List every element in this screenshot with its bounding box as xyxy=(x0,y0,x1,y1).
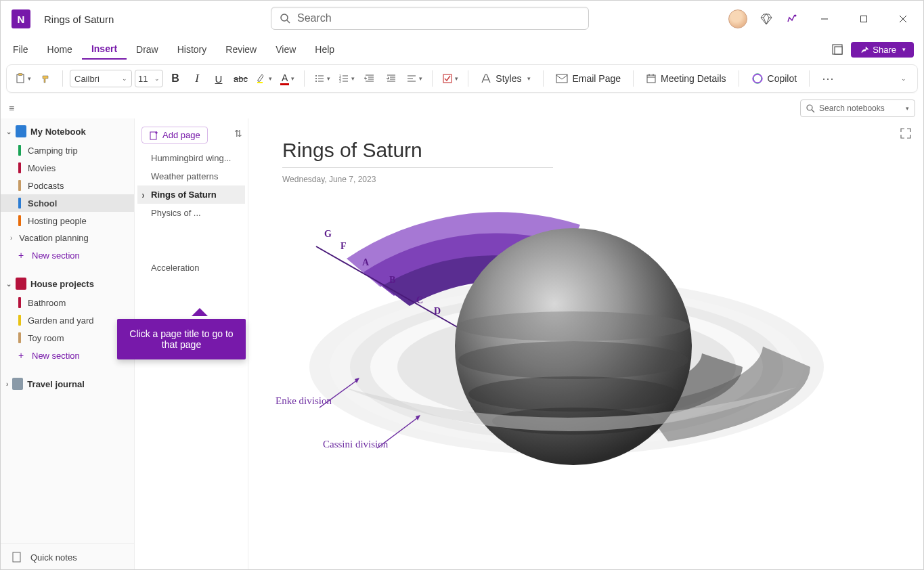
menu-home[interactable]: Home xyxy=(38,40,82,59)
notebook-header-mynotebook[interactable]: ⌄ My Notebook xyxy=(1,121,134,141)
copilot-button[interactable]: Copilot xyxy=(746,72,803,85)
title-divider xyxy=(282,167,553,168)
svg-point-12 xyxy=(315,75,317,76)
styles-icon xyxy=(481,73,491,84)
tooltip-callout: Click a page title to go to that page xyxy=(117,319,246,359)
menu-draw[interactable]: Draw xyxy=(127,40,168,59)
paste-button[interactable]: ▾ xyxy=(12,68,34,89)
align-button[interactable]: ▾ xyxy=(403,68,425,89)
close-button[interactable] xyxy=(889,9,917,29)
menu-review[interactable]: Review xyxy=(216,40,266,59)
menu-history[interactable]: History xyxy=(168,40,217,59)
sort-pages-button[interactable]: ⇅ xyxy=(234,128,242,139)
underline-button[interactable]: U xyxy=(209,68,228,89)
outdent-button[interactable] xyxy=(360,68,379,89)
section-toyroom[interactable]: Toy room xyxy=(1,329,134,347)
page-item[interactable] xyxy=(137,222,245,240)
svg-rect-9 xyxy=(17,74,24,83)
toolbar-overflow-button[interactable]: ⋯ xyxy=(816,71,841,86)
menu-view[interactable]: View xyxy=(266,40,305,59)
svg-point-56 xyxy=(457,311,690,341)
menu-help[interactable]: Help xyxy=(305,40,344,59)
svg-point-43 xyxy=(807,105,812,110)
menu-insert[interactable]: Insert xyxy=(82,39,127,60)
search-notebooks-input[interactable]: Search notebooks ▾ xyxy=(800,100,915,117)
italic-button[interactable]: I xyxy=(188,68,206,89)
page-icon xyxy=(12,552,22,563)
svg-text:3: 3 xyxy=(339,79,341,83)
section-movies[interactable]: Movies xyxy=(1,159,134,177)
section-hosting[interactable]: Hosting people xyxy=(1,212,134,229)
page-item[interactable]: Physics of ... xyxy=(137,204,245,222)
search-icon xyxy=(806,104,815,113)
maximize-button[interactable] xyxy=(850,9,877,29)
expand-page-button[interactable] xyxy=(900,128,911,141)
document-title: Rings of Saturn xyxy=(44,14,114,25)
page-title[interactable]: Rings of Saturn xyxy=(282,139,889,162)
menu-file[interactable]: File xyxy=(3,40,38,59)
new-section-button[interactable]: +New section xyxy=(1,246,134,264)
section-school[interactable]: School xyxy=(1,194,134,212)
svg-line-44 xyxy=(812,110,814,112)
numbered-list-button[interactable]: 123▾ xyxy=(336,68,357,89)
email-icon xyxy=(556,74,568,83)
premium-icon[interactable] xyxy=(760,12,773,26)
share-button[interactable]: Share ▾ xyxy=(851,42,914,58)
page-item[interactable]: Acceleration xyxy=(137,259,245,277)
page-item[interactable] xyxy=(137,240,245,259)
new-section-button-2[interactable]: +New section xyxy=(1,347,134,364)
page-content-area[interactable]: Rings of Saturn Wednesday, June 7, 2023 xyxy=(248,118,923,570)
notebook-icon xyxy=(12,378,23,390)
page-item-selected[interactable]: Rings of Saturn xyxy=(137,185,245,204)
svg-rect-46 xyxy=(150,132,156,139)
svg-rect-45 xyxy=(13,552,20,562)
notebook-icon xyxy=(16,278,26,290)
global-search-input[interactable]: Search xyxy=(271,7,589,30)
page-item[interactable]: Weather patterns xyxy=(137,167,245,185)
section-vacation[interactable]: ›Vacation planning xyxy=(1,229,134,246)
meeting-details-button[interactable]: Meeting Details xyxy=(640,73,732,84)
quick-notes-button[interactable]: Quick notes xyxy=(1,543,134,570)
toolbar-expand-button[interactable]: ⌄ xyxy=(893,68,912,89)
chevron-down-icon: ⌄ xyxy=(6,128,12,135)
svg-line-1 xyxy=(287,20,290,23)
user-avatar[interactable] xyxy=(728,9,747,28)
section-bathroom[interactable]: Bathroom xyxy=(1,294,134,311)
add-page-button[interactable]: Add page xyxy=(141,127,208,144)
svg-rect-10 xyxy=(18,74,22,76)
add-page-icon xyxy=(149,131,158,140)
svg-point-16 xyxy=(315,81,317,82)
search-placeholder: Search xyxy=(297,12,332,24)
styles-button[interactable]: Styles▾ xyxy=(475,73,536,84)
svg-rect-4 xyxy=(861,16,867,22)
strikethrough-button[interactable]: abc xyxy=(231,68,250,89)
svg-rect-36 xyxy=(556,74,567,83)
sparkle-icon[interactable] xyxy=(785,12,799,26)
saturn-illustration: G F A B C D Enke division Cassini divisi… xyxy=(282,204,837,516)
format-painter-button[interactable] xyxy=(37,68,56,89)
notebook-header-travel[interactable]: › Travel journal xyxy=(1,374,134,394)
highlight-button[interactable]: ▾ xyxy=(253,68,275,89)
fullscreen-toggle-icon[interactable] xyxy=(831,43,844,56)
ring-label-a: A xyxy=(362,257,369,268)
todo-tag-button[interactable]: ▾ xyxy=(439,68,461,89)
annotation-enke: Enke division xyxy=(276,395,332,407)
section-camping[interactable]: Camping trip xyxy=(1,141,134,159)
email-page-button[interactable]: Email Page xyxy=(550,73,626,84)
chevron-right-icon: › xyxy=(6,380,8,388)
search-icon xyxy=(280,13,290,24)
font-family-select[interactable]: Cailbri⌄ xyxy=(70,70,132,87)
page-item[interactable]: Hummingbird wing... xyxy=(137,149,245,167)
section-podcasts[interactable]: Podcasts xyxy=(1,177,134,194)
nav-toggle-button[interactable]: ≡ xyxy=(9,103,14,114)
indent-button[interactable] xyxy=(382,68,401,89)
font-size-select[interactable]: 11⌄ xyxy=(135,70,163,87)
bold-button[interactable]: B xyxy=(166,68,185,89)
section-garden[interactable]: Garden and yard xyxy=(1,311,134,329)
notebook-header-house[interactable]: ⌄ House projects xyxy=(1,273,134,294)
minimize-button[interactable] xyxy=(811,9,838,29)
ring-label-g: G xyxy=(324,229,332,240)
font-color-button[interactable]: A▾ xyxy=(278,68,297,89)
bullet-list-button[interactable]: ▾ xyxy=(311,68,333,89)
svg-rect-11 xyxy=(257,82,263,83)
